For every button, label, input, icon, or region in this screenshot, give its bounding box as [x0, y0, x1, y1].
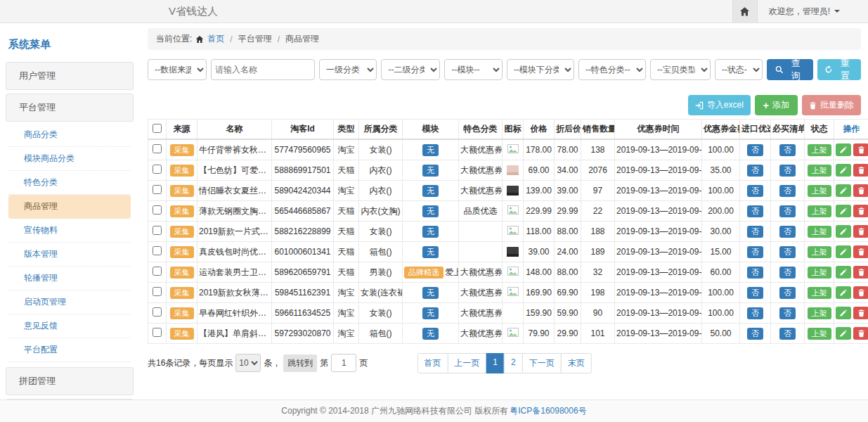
sidebar-item-1[interactable]: 平台管理 [6, 94, 134, 122]
status-badge[interactable]: 上架 [808, 328, 831, 340]
row-checkbox[interactable] [153, 205, 162, 215]
per-page-select[interactable]: 10 [235, 354, 261, 372]
delete-button[interactable] [853, 225, 868, 238]
module-subcategory-select[interactable]: --模块下分类-- [507, 59, 574, 80]
status-badge[interactable]: 上架 [808, 165, 831, 177]
row-checkbox[interactable] [153, 267, 162, 276]
delete-button[interactable] [853, 286, 868, 299]
add-button[interactable]: + 添加 [755, 95, 798, 115]
sidebar-item-0[interactable]: 用户管理 [6, 62, 134, 90]
breadcrumb-home-link[interactable]: 首页 [207, 33, 224, 45]
data-source-select[interactable]: --数据来源-- [148, 59, 207, 80]
import-excel-button[interactable]: 导入excel [688, 95, 751, 115]
submenu-item-8[interactable]: 意见反馈 [8, 314, 131, 338]
delete-button[interactable] [853, 164, 868, 177]
edit-button[interactable] [836, 164, 851, 177]
submenu-item-6[interactable]: 轮播管理 [8, 267, 131, 290]
item-type-select[interactable]: --宝贝类型-- [650, 59, 711, 80]
import-toggle-badge[interactable]: 否 [747, 165, 763, 177]
submenu-item-1[interactable]: 模块商品分类 [8, 147, 131, 171]
submenu-item-5[interactable]: 版本管理 [8, 243, 131, 267]
import-toggle-badge[interactable]: 否 [747, 185, 763, 197]
must-buy-toggle-badge[interactable]: 否 [779, 328, 796, 340]
delete-button[interactable] [853, 307, 868, 319]
status-badge[interactable]: 上架 [808, 287, 831, 299]
row-checkbox[interactable] [153, 307, 162, 316]
edit-button[interactable] [836, 205, 851, 217]
row-checkbox[interactable] [153, 165, 162, 174]
submenu-item-9[interactable]: 平台配置 [8, 338, 131, 362]
status-badge[interactable]: 上架 [808, 267, 831, 279]
row-checkbox[interactable] [153, 287, 162, 296]
must-buy-toggle-badge[interactable]: 否 [779, 246, 796, 258]
status-select[interactable]: --状态-- [715, 59, 763, 80]
status-badge[interactable]: 上架 [808, 226, 831, 238]
name-input[interactable] [211, 59, 315, 80]
pager-first[interactable]: 首页 [417, 353, 448, 373]
batch-delete-button[interactable]: 批量删除 [802, 95, 861, 115]
pager-last[interactable]: 末页 [561, 353, 592, 373]
delete-button[interactable] [853, 143, 868, 156]
status-badge[interactable]: 上架 [808, 144, 831, 156]
edit-button[interactable] [836, 307, 851, 319]
import-toggle-badge[interactable]: 否 [747, 144, 763, 156]
feature-category-select[interactable]: --特色分类-- [578, 59, 646, 80]
submenu-item-7[interactable]: 启动页管理 [8, 290, 131, 314]
must-buy-toggle-badge[interactable]: 否 [779, 185, 796, 197]
query-button[interactable]: 查询 [767, 59, 813, 80]
edit-button[interactable] [836, 286, 851, 299]
import-toggle-badge[interactable]: 否 [747, 287, 763, 299]
status-badge[interactable]: 上架 [808, 246, 831, 258]
submenu-item-3[interactable]: 商品管理 [8, 195, 131, 219]
must-buy-toggle-badge[interactable]: 否 [779, 267, 796, 279]
edit-button[interactable] [836, 327, 851, 340]
pager-page-2[interactable]: 2 [504, 353, 523, 373]
edit-button[interactable] [836, 245, 851, 258]
import-toggle-badge[interactable]: 否 [747, 328, 763, 340]
pager-next[interactable]: 下一页 [522, 353, 562, 373]
level1-category-select[interactable]: 一级分类 [319, 59, 377, 80]
status-badge[interactable]: 上架 [808, 205, 831, 217]
must-buy-toggle-badge[interactable]: 否 [779, 287, 796, 299]
reset-button[interactable]: 重置 [817, 59, 861, 80]
status-badge[interactable]: 上架 [808, 307, 831, 319]
row-checkbox[interactable] [153, 246, 162, 255]
import-toggle-badge[interactable]: 否 [747, 226, 763, 238]
must-buy-toggle-badge[interactable]: 否 [779, 307, 796, 319]
level2-category-select[interactable]: --二级分类-- [381, 59, 440, 80]
row-checkbox[interactable] [153, 226, 162, 235]
pager-page-1[interactable]: 1 [486, 353, 505, 373]
module-select[interactable]: --模块-- [444, 59, 502, 80]
must-buy-toggle-badge[interactable]: 否 [779, 165, 796, 177]
edit-button[interactable] [836, 225, 851, 238]
row-checkbox[interactable] [153, 328, 162, 337]
jump-button[interactable]: 跳转到 [283, 354, 317, 372]
import-toggle-badge[interactable]: 否 [747, 205, 763, 217]
user-menu[interactable]: 欢迎您，管理员! [758, 6, 868, 18]
submenu-item-2[interactable]: 特色分类 [8, 171, 131, 195]
jump-page-input[interactable] [331, 354, 356, 372]
select-all-checkbox[interactable] [153, 124, 162, 133]
import-toggle-badge[interactable]: 否 [747, 246, 763, 258]
status-badge[interactable]: 上架 [808, 185, 831, 197]
submenu-item-4[interactable]: 宣传物料 [8, 219, 131, 243]
icp-link[interactable]: 粤ICP备16098006号 [510, 405, 586, 417]
delete-button[interactable] [853, 205, 868, 217]
submenu-item-0[interactable]: 商品分类 [8, 123, 131, 147]
import-toggle-badge[interactable]: 否 [747, 267, 763, 279]
pager-prev[interactable]: 上一页 [447, 353, 486, 373]
row-checkbox[interactable] [153, 185, 162, 194]
edit-button[interactable] [836, 143, 851, 156]
import-toggle-badge[interactable]: 否 [747, 307, 763, 319]
edit-button[interactable] [836, 266, 851, 279]
delete-button[interactable] [853, 327, 868, 340]
delete-button[interactable] [853, 245, 868, 258]
sidebar-item-2[interactable]: 拼团管理 [6, 367, 134, 395]
must-buy-toggle-badge[interactable]: 否 [779, 226, 796, 238]
must-buy-toggle-badge[interactable]: 否 [779, 205, 796, 217]
row-checkbox[interactable] [153, 144, 162, 153]
home-button[interactable] [732, 0, 758, 23]
edit-button[interactable] [836, 184, 851, 197]
delete-button[interactable] [853, 184, 868, 197]
must-buy-toggle-badge[interactable]: 否 [779, 144, 796, 156]
